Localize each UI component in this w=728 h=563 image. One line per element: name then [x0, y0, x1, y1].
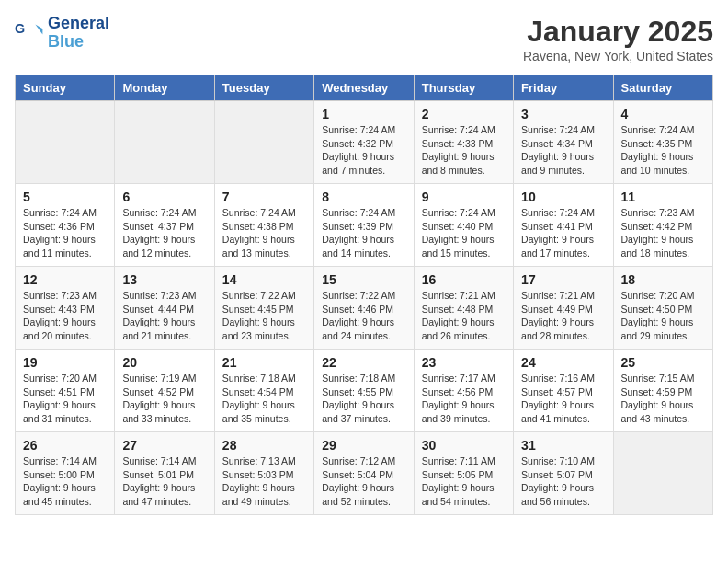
calendar-cell: 2Sunrise: 7:24 AMSunset: 4:33 PMDaylight…	[414, 101, 513, 184]
calendar-cell: 23Sunrise: 7:17 AMSunset: 4:56 PMDayligh…	[414, 350, 513, 432]
day-number: 10	[521, 190, 605, 204]
day-info: Sunrise: 7:14 AMSunset: 5:00 PMDaylight:…	[23, 454, 107, 509]
calendar-cell: 21Sunrise: 7:18 AMSunset: 4:54 PMDayligh…	[214, 350, 313, 432]
calendar-week-3: 12Sunrise: 7:23 AMSunset: 4:43 PMDayligh…	[16, 267, 713, 350]
day-info: Sunrise: 7:18 AMSunset: 4:54 PMDaylight:…	[222, 372, 306, 426]
calendar-cell	[613, 432, 712, 515]
day-number: 3	[521, 107, 605, 121]
day-number: 15	[322, 272, 405, 287]
calendar-cell	[16, 101, 115, 184]
calendar-cell: 11Sunrise: 7:23 AMSunset: 4:42 PMDayligh…	[613, 184, 712, 267]
calendar-cell: 25Sunrise: 7:15 AMSunset: 4:59 PMDayligh…	[613, 350, 712, 432]
day-number: 19	[23, 355, 107, 370]
day-info: Sunrise: 7:24 AMSunset: 4:34 PMDaylight:…	[521, 123, 605, 178]
day-number: 21	[222, 355, 306, 370]
svg-marker-1	[35, 24, 42, 34]
day-info: Sunrise: 7:22 AMSunset: 4:46 PMDaylight:…	[322, 289, 405, 343]
calendar-cell: 9Sunrise: 7:24 AMSunset: 4:40 PMDaylight…	[414, 184, 513, 267]
calendar-cell: 6Sunrise: 7:24 AMSunset: 4:37 PMDaylight…	[115, 184, 214, 267]
day-number: 7	[222, 190, 306, 204]
header-monday: Monday	[115, 75, 214, 101]
day-number: 9	[422, 190, 506, 204]
day-info: Sunrise: 7:21 AMSunset: 4:49 PMDaylight:…	[521, 289, 605, 343]
calendar-cell: 24Sunrise: 7:16 AMSunset: 4:57 PMDayligh…	[514, 350, 613, 432]
day-number: 1	[322, 107, 405, 121]
calendar-cell: 10Sunrise: 7:24 AMSunset: 4:41 PMDayligh…	[514, 184, 613, 267]
day-number: 20	[122, 355, 206, 370]
header-friday: Friday	[514, 75, 613, 101]
logo-general: General	[48, 15, 109, 33]
header-sunday: Sunday	[16, 75, 115, 101]
calendar-cell: 19Sunrise: 7:20 AMSunset: 4:51 PMDayligh…	[16, 350, 115, 432]
day-number: 30	[422, 438, 506, 453]
day-info: Sunrise: 7:23 AMSunset: 4:43 PMDaylight:…	[23, 289, 107, 343]
day-info: Sunrise: 7:24 AMSunset: 4:35 PMDaylight:…	[621, 123, 705, 178]
day-number: 31	[521, 438, 605, 453]
calendar-cell: 15Sunrise: 7:22 AMSunset: 4:46 PMDayligh…	[314, 267, 414, 350]
day-info: Sunrise: 7:24 AMSunset: 4:33 PMDaylight:…	[422, 123, 506, 178]
calendar-cell: 18Sunrise: 7:20 AMSunset: 4:50 PMDayligh…	[613, 267, 712, 350]
day-number: 11	[621, 190, 705, 204]
day-info: Sunrise: 7:14 AMSunset: 5:01 PMDaylight:…	[122, 454, 206, 509]
calendar-cell: 1Sunrise: 7:24 AMSunset: 4:32 PMDaylight…	[314, 101, 414, 184]
day-info: Sunrise: 7:22 AMSunset: 4:45 PMDaylight:…	[222, 289, 306, 343]
calendar-cell: 20Sunrise: 7:19 AMSunset: 4:52 PMDayligh…	[115, 350, 214, 432]
page-subtitle: Ravena, New York, United States	[523, 49, 713, 63]
page-title: January 2025	[523, 15, 713, 49]
calendar-week-5: 26Sunrise: 7:14 AMSunset: 5:00 PMDayligh…	[16, 432, 713, 515]
calendar-week-4: 19Sunrise: 7:20 AMSunset: 4:51 PMDayligh…	[16, 350, 713, 432]
day-info: Sunrise: 7:15 AMSunset: 4:59 PMDaylight:…	[621, 372, 705, 426]
day-info: Sunrise: 7:24 AMSunset: 4:39 PMDaylight:…	[322, 206, 405, 260]
day-info: Sunrise: 7:24 AMSunset: 4:40 PMDaylight:…	[422, 206, 506, 260]
header-saturday: Saturday	[613, 75, 712, 101]
logo-icon: G	[15, 18, 44, 48]
day-info: Sunrise: 7:23 AMSunset: 4:42 PMDaylight:…	[621, 206, 705, 260]
header-tuesday: Tuesday	[214, 75, 313, 101]
day-number: 28	[222, 438, 306, 453]
day-number: 13	[122, 272, 206, 287]
day-number: 12	[23, 272, 107, 287]
day-number: 6	[122, 190, 206, 204]
calendar-cell: 31Sunrise: 7:10 AMSunset: 5:07 PMDayligh…	[514, 432, 613, 515]
day-info: Sunrise: 7:24 AMSunset: 4:32 PMDaylight:…	[322, 123, 405, 178]
calendar-cell: 4Sunrise: 7:24 AMSunset: 4:35 PMDaylight…	[613, 101, 712, 184]
day-info: Sunrise: 7:16 AMSunset: 4:57 PMDaylight:…	[521, 372, 605, 426]
calendar-cell: 28Sunrise: 7:13 AMSunset: 5:03 PMDayligh…	[214, 432, 313, 515]
day-info: Sunrise: 7:10 AMSunset: 5:07 PMDaylight:…	[521, 454, 605, 509]
day-number: 24	[521, 355, 605, 370]
logo: G General Blue	[15, 15, 109, 52]
calendar-cell: 14Sunrise: 7:22 AMSunset: 4:45 PMDayligh…	[214, 267, 313, 350]
day-number: 8	[322, 190, 405, 204]
calendar-cell: 17Sunrise: 7:21 AMSunset: 4:49 PMDayligh…	[514, 267, 613, 350]
calendar-cell: 8Sunrise: 7:24 AMSunset: 4:39 PMDaylight…	[314, 184, 414, 267]
calendar-cell	[115, 101, 214, 184]
calendar-cell: 16Sunrise: 7:21 AMSunset: 4:48 PMDayligh…	[414, 267, 513, 350]
title-section: January 2025 Ravena, New York, United St…	[523, 15, 713, 63]
svg-text:G: G	[15, 21, 25, 36]
day-info: Sunrise: 7:13 AMSunset: 5:03 PMDaylight:…	[222, 454, 306, 509]
calendar-cell: 29Sunrise: 7:12 AMSunset: 5:04 PMDayligh…	[314, 432, 414, 515]
day-number: 23	[422, 355, 506, 370]
calendar-cell: 27Sunrise: 7:14 AMSunset: 5:01 PMDayligh…	[115, 432, 214, 515]
day-number: 18	[621, 272, 705, 287]
day-info: Sunrise: 7:21 AMSunset: 4:48 PMDaylight:…	[422, 289, 506, 343]
day-info: Sunrise: 7:12 AMSunset: 5:04 PMDaylight:…	[322, 454, 405, 509]
calendar-cell: 26Sunrise: 7:14 AMSunset: 5:00 PMDayligh…	[16, 432, 115, 515]
day-number: 5	[23, 190, 107, 204]
page-header: G General Blue January 2025 Ravena, New …	[15, 15, 713, 63]
calendar-cell: 22Sunrise: 7:18 AMSunset: 4:55 PMDayligh…	[314, 350, 414, 432]
calendar-week-2: 5Sunrise: 7:24 AMSunset: 4:36 PMDaylight…	[16, 184, 713, 267]
day-number: 17	[521, 272, 605, 287]
day-info: Sunrise: 7:20 AMSunset: 4:51 PMDaylight:…	[23, 372, 107, 426]
header-wednesday: Wednesday	[314, 75, 414, 101]
header-row: SundayMondayTuesdayWednesdayThursdayFrid…	[16, 75, 713, 101]
day-info: Sunrise: 7:23 AMSunset: 4:44 PMDaylight:…	[122, 289, 206, 343]
day-number: 16	[422, 272, 506, 287]
logo-text: General Blue	[48, 15, 109, 52]
header-thursday: Thursday	[414, 75, 513, 101]
calendar-cell: 13Sunrise: 7:23 AMSunset: 4:44 PMDayligh…	[115, 267, 214, 350]
calendar-cell	[214, 101, 313, 184]
calendar-cell: 30Sunrise: 7:11 AMSunset: 5:05 PMDayligh…	[414, 432, 513, 515]
calendar-cell: 3Sunrise: 7:24 AMSunset: 4:34 PMDaylight…	[514, 101, 613, 184]
day-number: 25	[621, 355, 705, 370]
